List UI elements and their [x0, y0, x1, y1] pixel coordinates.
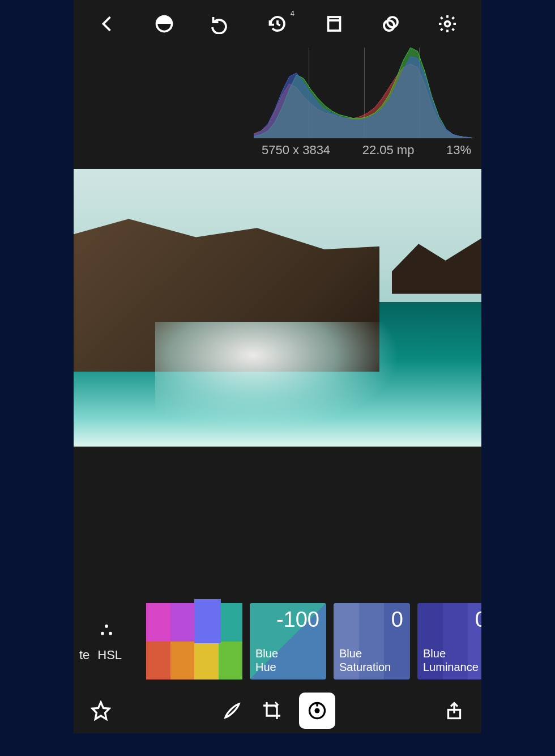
bottom-toolbar [74, 688, 481, 733]
image-preview[interactable] [74, 169, 481, 447]
layers-icon[interactable] [323, 12, 345, 35]
share-button[interactable] [442, 698, 467, 723]
svg-point-6 [105, 625, 108, 628]
swatch-yellow[interactable] [194, 642, 219, 680]
undo-button[interactable] [210, 12, 232, 35]
histogram-panel: 5750 x 3834 22.05 mp 13% [254, 48, 475, 155]
svg-point-5 [445, 22, 450, 27]
face-mask-icon[interactable] [153, 12, 176, 35]
blue-saturation-tile[interactable]: 0 Blue Saturation [334, 603, 410, 679]
svg-rect-1 [328, 17, 340, 31]
image-dimensions: 5750 x 3834 [262, 143, 330, 158]
swatch-selected-indicator [194, 599, 221, 643]
blue-luminance-tile[interactable]: 0 Blue Luminance [417, 603, 481, 679]
blue-hue-label: Blue Hue [255, 647, 278, 674]
history-button[interactable]: 4 [266, 12, 289, 35]
app-frame: 4 5750 x 3834 22.05 mp 13% [74, 0, 481, 733]
blue-hue-tile[interactable]: -100 Blue Hue [250, 603, 326, 679]
adjust-tool-button[interactable] [299, 693, 335, 729]
blue-luminance-label: Blue Luminance [423, 647, 479, 674]
blue-saturation-label: Blue Saturation [339, 647, 391, 674]
svg-point-8 [109, 631, 112, 635]
image-megapixels: 22.05 mp [362, 143, 415, 158]
svg-point-11 [315, 708, 320, 713]
hsl-controls-row: te HSL -100 Blue Hue 0 Blue Saturation 0… [74, 603, 481, 679]
mode-hsl-label[interactable]: HSL [97, 648, 122, 662]
mode-prev-label[interactable]: te [79, 648, 89, 662]
swatch-magenta[interactable] [146, 603, 170, 642]
back-button[interactable] [96, 12, 119, 35]
settings-button[interactable] [436, 12, 459, 35]
top-toolbar: 4 [74, 0, 481, 48]
mode-column: te HSL [74, 621, 139, 662]
favorite-button[interactable] [88, 698, 113, 723]
swatch-teal[interactable] [219, 603, 243, 642]
color-swatch-grid [146, 603, 242, 679]
svg-marker-9 [92, 702, 109, 719]
image-zoom: 13% [446, 143, 471, 158]
more-dots-icon[interactable] [97, 621, 116, 642]
channels-icon[interactable] [379, 12, 402, 35]
histogram [254, 48, 475, 138]
swatch-orange[interactable] [170, 642, 195, 680]
image-info-bar: 5750 x 3834 22.05 mp 13% [254, 138, 475, 158]
brush-tool-button[interactable] [220, 698, 245, 723]
blue-luminance-value: 0 [475, 608, 481, 632]
history-badge: 4 [291, 9, 294, 18]
blue-hue-value: -100 [276, 608, 319, 632]
swatch-green[interactable] [219, 642, 243, 680]
swatch-purple[interactable] [170, 603, 195, 642]
preview-foam [155, 322, 400, 433]
swatch-red[interactable] [146, 642, 170, 680]
blue-saturation-value: 0 [391, 608, 403, 632]
crop-tool-button[interactable] [259, 698, 284, 723]
svg-point-7 [101, 631, 104, 635]
